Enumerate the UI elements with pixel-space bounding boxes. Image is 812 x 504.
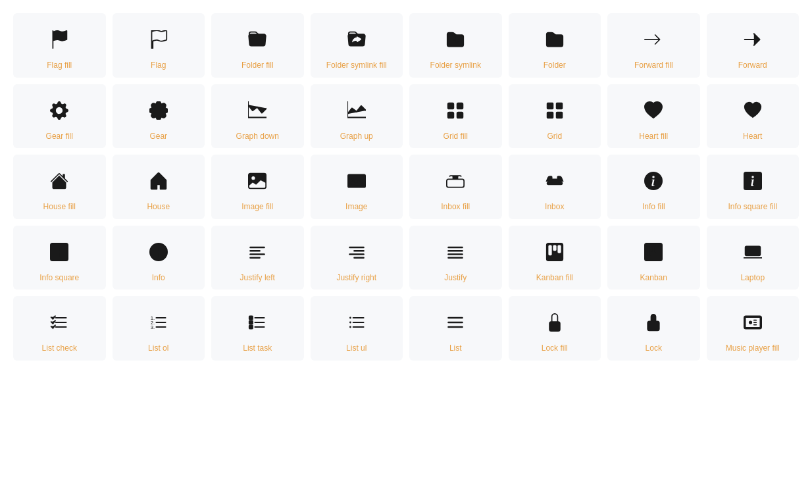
graph-down-icon [244, 97, 270, 124]
icon-cell-info[interactable]: Info [113, 226, 205, 290]
icon-label: Inbox [545, 202, 564, 213]
icon-label: Graph up [340, 132, 373, 142]
grid-icon [542, 97, 568, 124]
icon-label: Forward [738, 61, 767, 71]
list-icon [442, 309, 469, 336]
svg-point-47 [349, 317, 351, 319]
icon-cell-heart-fill[interactable]: Heart fill [607, 84, 700, 149]
icon-cell-justify-right[interactable]: Justify right [311, 226, 403, 290]
icon-label: Info square fill [728, 202, 777, 213]
icon-label: House fill [43, 202, 76, 213]
icon-label: Folder [544, 61, 566, 71]
icon-cell-folder-fill[interactable]: Folder fill [211, 13, 304, 78]
icon-label: List ul [346, 343, 367, 354]
folder-symlink-fill-icon [343, 26, 370, 53]
forward-icon [740, 26, 766, 53]
icon-label: Folder symlink fill [326, 61, 387, 71]
icon-label: Info square [39, 273, 79, 284]
icon-cell-justify-left[interactable]: Justify left [211, 226, 304, 290]
icon-cell-flag[interactable]: Flag [113, 13, 205, 78]
icon-label: Justify left [240, 273, 275, 284]
icon-label: Gear [149, 132, 167, 142]
icon-cell-inbox-fill[interactable]: Inbox fill [409, 155, 502, 219]
folder-icon [542, 26, 568, 53]
icon-cell-lock[interactable]: Lock [607, 296, 700, 361]
icon-label: List task [243, 343, 272, 354]
grid-fill-icon [442, 97, 469, 124]
svg-rect-26 [652, 245, 655, 251]
info-square-icon [46, 239, 72, 265]
icon-label: Info [152, 273, 165, 284]
icon-cell-folder-symlink-fill[interactable]: Folder symlink fill [311, 13, 403, 78]
list-task-icon [244, 309, 270, 336]
icon-grid: Flag fill Flag Folder fill Folder symlin… [13, 13, 799, 361]
icon-label: List ol [148, 343, 168, 354]
icon-cell-kanban[interactable]: Kanban [607, 226, 700, 290]
kanban-fill-icon [542, 239, 568, 265]
icon-label: Gear fill [46, 132, 73, 142]
flag-icon [145, 26, 172, 53]
justify-icon [442, 239, 469, 265]
icon-label: Laptop [740, 273, 765, 284]
justify-left-icon [244, 239, 270, 265]
icon-cell-folder[interactable]: Folder [509, 13, 601, 78]
icon-cell-info-square[interactable]: Info square [13, 226, 106, 290]
icon-cell-heart[interactable]: Heart [707, 84, 799, 149]
icon-cell-house-fill[interactable]: House fill [13, 155, 106, 219]
folder-symlink-icon [442, 26, 469, 53]
icon-cell-image[interactable]: Image [311, 155, 403, 219]
icon-cell-grid[interactable]: Grid [509, 84, 601, 149]
icon-cell-lock-fill[interactable]: Lock fill [509, 296, 601, 361]
inbox-icon [542, 168, 568, 194]
icon-cell-forward[interactable]: Forward [707, 13, 799, 78]
icon-cell-graph-up[interactable]: Graph up [311, 84, 403, 149]
graph-up-icon [343, 97, 370, 124]
icon-cell-list[interactable]: List [409, 296, 502, 361]
info-fill-icon [640, 168, 667, 194]
flag-fill-icon [46, 26, 72, 53]
icon-cell-house[interactable]: House [113, 155, 205, 219]
heart-icon [740, 97, 766, 124]
icon-cell-list-ul[interactable]: List ul [311, 296, 403, 361]
icon-cell-music-player-fill[interactable]: Music player fill [707, 296, 799, 361]
icon-label: House [147, 202, 170, 213]
house-icon [145, 168, 172, 194]
icon-cell-folder-symlink[interactable]: Folder symlink [409, 13, 502, 78]
icon-cell-info-square-fill[interactable]: Info square fill [707, 155, 799, 219]
svg-rect-6 [547, 112, 553, 118]
icon-label: Inbox fill [441, 202, 470, 213]
icon-cell-justify[interactable]: Justify [409, 226, 502, 290]
gear-fill-icon [46, 97, 72, 124]
info-icon [145, 239, 172, 265]
icon-cell-list-ol[interactable]: 1.2.3. List ol [113, 296, 205, 361]
lock-icon [640, 309, 667, 336]
icon-label: Info fill [642, 202, 665, 213]
svg-point-49 [349, 326, 351, 328]
justify-right-icon [343, 239, 370, 265]
svg-rect-42 [249, 321, 253, 324]
svg-rect-25 [647, 245, 651, 255]
icon-cell-info-fill[interactable]: Info fill [607, 155, 700, 219]
icon-cell-image-fill[interactable]: Image fill [211, 155, 304, 219]
icon-cell-list-task[interactable]: List task [211, 296, 304, 361]
icon-cell-list-check[interactable]: List check [13, 296, 106, 361]
icon-cell-inbox[interactable]: Inbox [509, 155, 601, 219]
icon-cell-gear-fill[interactable]: Gear fill [13, 84, 106, 149]
icon-cell-laptop[interactable]: Laptop [707, 226, 799, 290]
icon-label: Kanban fill [536, 273, 573, 284]
icon-cell-graph-down[interactable]: Graph down [211, 84, 304, 149]
icon-cell-grid-fill[interactable]: Grid fill [409, 84, 502, 149]
icon-label: Flag fill [47, 61, 72, 71]
icon-cell-flag-fill[interactable]: Flag fill [13, 13, 106, 78]
icon-label: Heart [743, 132, 762, 142]
svg-rect-43 [249, 326, 253, 329]
lock-fill-icon [542, 309, 568, 336]
icon-label: Justify [444, 273, 467, 284]
icon-cell-kanban-fill[interactable]: Kanban fill [509, 226, 601, 290]
icon-cell-gear[interactable]: Gear [113, 84, 205, 149]
icon-label: Grid [547, 132, 562, 142]
icon-cell-forward-fill[interactable]: Forward fill [607, 13, 700, 78]
list-check-icon [46, 309, 72, 336]
icon-label: Kanban [640, 273, 667, 284]
svg-rect-41 [249, 316, 253, 320]
